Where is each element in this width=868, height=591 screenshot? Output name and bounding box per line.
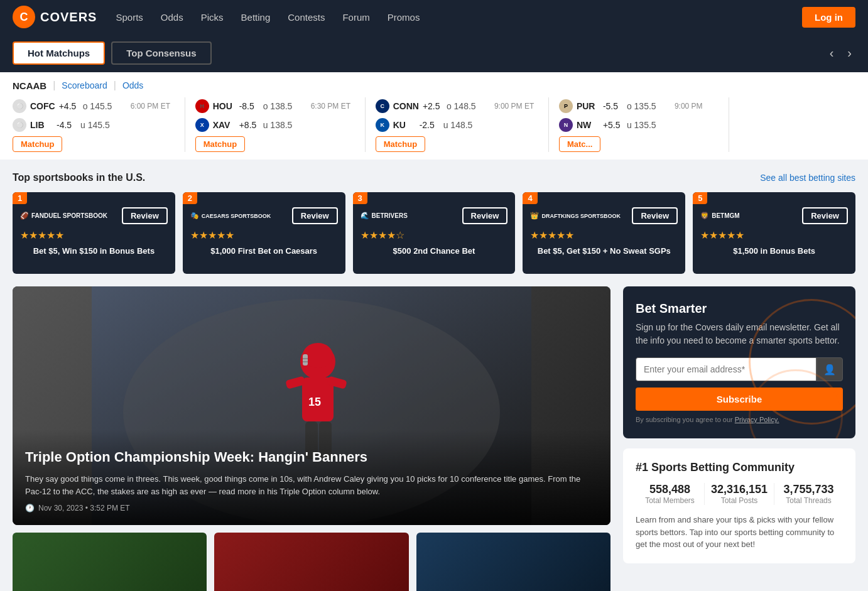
- team-abbr-lib: LIB: [30, 120, 53, 130]
- scoreboard-header: NCAAB | Scoreboard | Odds: [13, 80, 855, 91]
- team-ou-xav: u 138.5: [263, 120, 307, 130]
- stat-threads: 3,755,733 Total Threads: [774, 483, 843, 505]
- sb-rank-2: 2: [183, 192, 197, 204]
- featured-meta: 🕐 Nov 30, 2023 • 3:52 PM ET: [25, 504, 598, 512]
- matchup-card-3: C CONN +2.5 o 148.5 9:00 PM ET K KU -2.5…: [366, 97, 549, 152]
- caesars-icon: 🎭: [190, 212, 199, 220]
- team-abbr-pur: PUR: [577, 101, 599, 111]
- betrivers-icon: 🌊: [361, 212, 369, 220]
- thumb-card-1[interactable]: [13, 533, 207, 591]
- logo[interactable]: C COVERS: [13, 6, 97, 28]
- team-time-conn: 9:00 PM ET: [494, 102, 538, 111]
- prev-arrow[interactable]: ‹: [826, 46, 838, 60]
- betrivers-logo: 🌊 BETRIVERS: [361, 212, 408, 220]
- tab-top-consensus[interactable]: Top Consensus: [111, 41, 211, 65]
- team-ou-cofc: o 145.5: [83, 101, 127, 111]
- team-ou-ku: u 148.5: [443, 120, 487, 130]
- team-row-xav: X XAV +8.5 u 138.5: [195, 116, 355, 134]
- nav-sports[interactable]: Sports: [116, 12, 143, 23]
- team-abbr-nw: NW: [577, 120, 599, 130]
- team-abbr-cofc: COFC: [30, 101, 55, 111]
- newsletter-box: Bet Smarter Sign up for the Covers daily…: [623, 286, 855, 438]
- sb-review-btn-3[interactable]: Review: [462, 207, 508, 224]
- odds-link[interactable]: Odds: [122, 80, 143, 90]
- community-stats: 558,488 Total Members 32,316,151 Total P…: [636, 483, 843, 505]
- team-icon-pur: P: [559, 99, 573, 113]
- next-arrow[interactable]: ›: [844, 46, 855, 60]
- sb-promo-2: $1,000 First Bet on Caesars: [190, 246, 338, 257]
- team-icon-ku: K: [376, 118, 389, 132]
- sb-review-btn-2[interactable]: Review: [292, 207, 338, 224]
- community-box: #1 Sports Betting Community 558,488 Tota…: [623, 448, 855, 563]
- community-description: Learn from and share your tips & picks w…: [636, 514, 843, 551]
- team-spread-ku: -2.5: [420, 120, 440, 130]
- team-time-cofc: 6:00 PM ET: [131, 102, 175, 111]
- team-row-conn: C CONN +2.5 o 148.5 9:00 PM ET: [376, 97, 538, 115]
- stat-posts: 32,316,151 Total Posts: [705, 483, 774, 505]
- team-abbr-conn: CONN: [393, 101, 419, 111]
- team-spread-hou: -8.5: [239, 101, 259, 111]
- sportsbooks-header: Top sportsbooks in the U.S. See all best…: [13, 172, 855, 183]
- nav-forum[interactable]: Forum: [342, 12, 369, 23]
- nav-promos[interactable]: Promos: [388, 12, 420, 23]
- featured-date: Nov 30, 2023 • 3:52 PM ET: [38, 504, 130, 512]
- team-row-hou: H HOU -8.5 o 138.5 6:30 PM ET: [195, 97, 355, 115]
- sb-review-btn-4[interactable]: Review: [632, 207, 678, 224]
- featured-article[interactable]: 15 Triple Option: [13, 286, 610, 525]
- sb-top-4: 👑 DRAFTKINGS SPORTSBOOK Review: [530, 207, 678, 224]
- matchup-teams-2: H HOU -8.5 o 138.5 6:30 PM ET X XAV +8.5…: [195, 97, 355, 134]
- team-icon-lib: ⚪: [13, 118, 26, 132]
- sb-rank-4: 4: [523, 192, 537, 204]
- thumb-card-3[interactable]: [416, 533, 610, 591]
- sb-stars-5: ★★★★★: [700, 229, 848, 241]
- sb-top-5: 🦁 BETMGM Review: [700, 207, 848, 224]
- tabs-row: Hot Matchups Top Consensus ‹ ›: [0, 34, 868, 72]
- team-abbr-hou: HOU: [213, 101, 236, 111]
- logo-icon: C: [13, 6, 35, 28]
- sb-review-btn-5[interactable]: Review: [802, 207, 848, 224]
- scoreboard-link[interactable]: Scoreboard: [62, 80, 107, 90]
- team-icon-hou: H: [195, 99, 209, 113]
- matchups-row: ⚪ COFC +4.5 o 145.5 6:00 PM ET ⚪ LIB -4.…: [13, 97, 855, 152]
- team-abbr-xav: XAV: [213, 120, 236, 130]
- team-spread-xav: +8.5: [239, 120, 259, 130]
- draftkings-logo: 👑 DRAFTKINGS SPORTSBOOK: [530, 212, 621, 220]
- two-col-layout: 15 Triple Option: [13, 286, 855, 591]
- svg-rect-10: [303, 354, 308, 366]
- matchup-btn-3[interactable]: Matchup: [376, 136, 425, 152]
- team-spread-lib: -4.5: [57, 120, 77, 130]
- thumb-card-2[interactable]: [214, 533, 408, 591]
- see-all-link[interactable]: See all best betting sites: [760, 173, 855, 183]
- sb-review-btn-1[interactable]: Review: [122, 207, 168, 224]
- nav-contests[interactable]: Contests: [288, 12, 325, 23]
- team-icon-nw: N: [559, 118, 573, 132]
- matchup-btn-1[interactable]: Matchup: [13, 136, 62, 152]
- team-row-pur: P PUR -5.5 o 135.5 9:00 PM: [559, 97, 719, 115]
- caesars-logo: 🎭 CAESARS SPORTSBOOK: [190, 212, 271, 220]
- login-button[interactable]: Log in: [802, 7, 855, 28]
- team-row-ku: K KU -2.5 u 148.5: [376, 116, 538, 134]
- nav-picks[interactable]: Picks: [201, 12, 224, 23]
- matchup-btn-2[interactable]: Matchup: [195, 136, 245, 152]
- matchup-btn-4[interactable]: Matc...: [559, 136, 600, 152]
- matchup-card-1: ⚪ COFC +4.5 o 145.5 6:00 PM ET ⚪ LIB -4.…: [13, 97, 185, 152]
- featured-excerpt: They say good things come in threes. Thi…: [25, 473, 598, 497]
- team-spread-pur: -5.5: [603, 101, 623, 111]
- sb-promo-5: $1,500 in Bonus Bets: [700, 246, 848, 257]
- sportsbooks-grid: 1 🏈 FANDUEL SPORTSBOOK Review ★★★★★ Bet …: [13, 192, 855, 274]
- matchup-teams-1: ⚪ COFC +4.5 o 145.5 6:00 PM ET ⚪ LIB -4.…: [13, 97, 175, 134]
- team-row-lib: ⚪ LIB -4.5 u 145.5: [13, 116, 175, 134]
- nav-betting[interactable]: Betting: [241, 12, 271, 23]
- sep1: |: [53, 80, 55, 91]
- sportsbook-card-4: 4 👑 DRAFTKINGS SPORTSBOOK Review ★★★★★ B…: [523, 192, 685, 274]
- sb-top-2: 🎭 CAESARS SPORTSBOOK Review: [190, 207, 338, 224]
- sb-stars-2: ★★★★★: [190, 229, 338, 241]
- team-row-nw: N NW +5.5 u 135.5: [559, 116, 719, 134]
- stat-posts-num: 32,316,151: [711, 483, 768, 496]
- team-ou-conn: o 148.5: [447, 101, 491, 111]
- sportsbooks-section: Top sportsbooks in the U.S. See all best…: [13, 172, 855, 274]
- betmgm-icon: 🦁: [700, 212, 709, 220]
- nav-odds[interactable]: Odds: [161, 12, 183, 23]
- sb-top-1: 🏈 FANDUEL SPORTSBOOK Review: [20, 207, 168, 224]
- tab-hot-matchups[interactable]: Hot Matchups: [13, 41, 105, 65]
